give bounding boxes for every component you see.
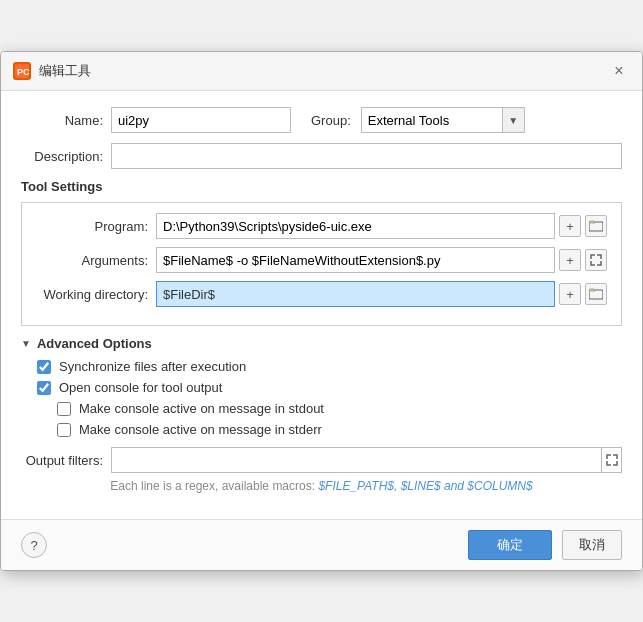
open-console-label: Open console for tool output — [59, 380, 222, 395]
output-filters-input[interactable] — [112, 451, 601, 470]
working-directory-row: Working directory: + — [36, 281, 607, 307]
open-console-row: Open console for tool output — [37, 380, 622, 395]
arguments-add-button[interactable]: + — [559, 249, 581, 271]
description-label: Description: — [21, 149, 111, 164]
hint-text: Each line is a regex, available macros: … — [21, 479, 622, 493]
console-active-stdout-row: Make console active on message in stdout — [57, 401, 622, 416]
footer-buttons: 确定 取消 — [468, 530, 622, 560]
collapse-arrow-icon: ▼ — [21, 338, 31, 349]
edit-tool-dialog: PC 编辑工具 × Name: Group: ▼ Description: — [0, 51, 643, 571]
console-active-stdout-label: Make console active on message in stdout — [79, 401, 324, 416]
program-add-button[interactable]: + — [559, 215, 581, 237]
app-icon: PC — [13, 62, 31, 80]
svg-text:PC: PC — [17, 67, 30, 77]
name-group-row: Name: Group: ▼ — [21, 107, 622, 133]
sync-files-label: Synchronize files after execution — [59, 359, 246, 374]
program-folder-button[interactable] — [585, 215, 607, 237]
working-directory-label: Working directory: — [36, 287, 156, 302]
open-console-checkbox[interactable] — [37, 381, 51, 395]
group-row: Group: ▼ — [311, 107, 525, 133]
working-directory-folder-button[interactable] — [585, 283, 607, 305]
console-active-stdout-checkbox[interactable] — [57, 402, 71, 416]
tool-settings-header: Tool Settings — [21, 179, 622, 194]
program-row: Program: + — [36, 213, 607, 239]
output-filters-input-container — [111, 447, 622, 473]
title-bar-left: PC 编辑工具 — [13, 62, 91, 80]
group-label: Group: — [311, 113, 351, 128]
program-input-container: + — [156, 213, 607, 239]
console-active-stderr-label: Make console active on message in stderr — [79, 422, 322, 437]
dialog-body: Name: Group: ▼ Description: Tool Setting… — [1, 91, 642, 519]
advanced-options-section: ▼ Advanced Options Synchronize files aft… — [21, 336, 622, 437]
working-directory-input[interactable] — [156, 281, 555, 307]
output-filters-label: Output filters: — [21, 453, 111, 468]
close-button[interactable]: × — [608, 60, 630, 82]
program-input[interactable] — [156, 213, 555, 239]
dialog-title: 编辑工具 — [39, 62, 91, 80]
group-select-container: ▼ — [361, 107, 525, 133]
working-directory-input-container: + — [156, 281, 607, 307]
program-label: Program: — [36, 219, 156, 234]
group-input[interactable] — [362, 108, 502, 132]
arguments-input-container: + — [156, 247, 607, 273]
sync-files-checkbox[interactable] — [37, 360, 51, 374]
arguments-row: Arguments: + — [36, 247, 607, 273]
dialog-footer: ? 确定 取消 — [1, 519, 642, 570]
output-filters-row: Output filters: — [21, 447, 622, 473]
arguments-expand-button[interactable] — [585, 249, 607, 271]
macro-hint: $FILE_PATH$, $LINE$ and $COLUMN$ — [318, 479, 532, 493]
help-button[interactable]: ? — [21, 532, 47, 558]
cancel-button[interactable]: 取消 — [562, 530, 622, 560]
ok-button[interactable]: 确定 — [468, 530, 552, 560]
tool-settings-box: Program: + Arguments: + — [21, 202, 622, 326]
advanced-options-header[interactable]: ▼ Advanced Options — [21, 336, 622, 351]
group-dropdown-button[interactable]: ▼ — [502, 108, 524, 132]
arguments-input[interactable] — [156, 247, 555, 273]
console-active-stderr-row: Make console active on message in stderr — [57, 422, 622, 437]
description-input[interactable] — [111, 143, 622, 169]
sync-files-row: Synchronize files after execution — [37, 359, 622, 374]
name-label: Name: — [21, 113, 111, 128]
arguments-label: Arguments: — [36, 253, 156, 268]
console-active-stderr-checkbox[interactable] — [57, 423, 71, 437]
output-filters-expand-button[interactable] — [601, 448, 621, 472]
description-row: Description: — [21, 143, 622, 169]
working-directory-add-button[interactable]: + — [559, 283, 581, 305]
title-bar: PC 编辑工具 × — [1, 52, 642, 91]
advanced-options-label: Advanced Options — [37, 336, 152, 351]
name-input[interactable] — [111, 107, 291, 133]
